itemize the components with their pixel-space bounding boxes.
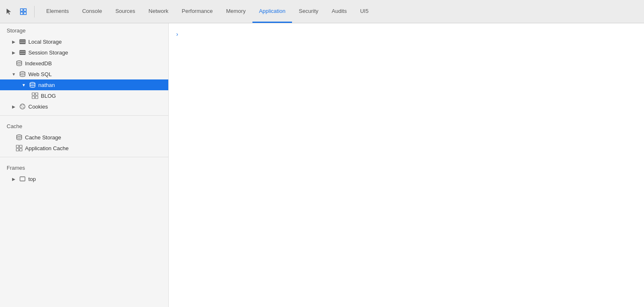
svg-point-14	[30, 82, 35, 84]
websql-chevron-down: ▼	[12, 72, 16, 77]
session-storage-icon	[19, 49, 26, 56]
tab-network[interactable]: Network	[142, 0, 175, 23]
tab-memory[interactable]: Memory	[220, 0, 252, 23]
sidebar-item-local-storage[interactable]: ▶ Local Storage	[0, 36, 168, 47]
svg-point-21	[23, 105, 24, 106]
svg-point-25	[17, 135, 22, 136]
blog-icon	[32, 92, 38, 99]
svg-rect-0	[20, 9, 23, 11]
svg-rect-29	[20, 149, 22, 151]
top-frame-icon	[19, 176, 26, 182]
sidebar-item-cookies[interactable]: ▶ Cookies	[0, 101, 168, 112]
cookies-chevron-right: ▶	[12, 104, 16, 109]
cookies-icon	[19, 103, 26, 110]
svg-rect-5	[20, 41, 25, 42]
tab-audits[interactable]: Audits	[325, 0, 353, 23]
sidebar-item-application-cache[interactable]: Application Cache	[0, 143, 168, 154]
sidebar-item-nathan[interactable]: ▼ nathan	[0, 79, 168, 90]
svg-rect-16	[35, 93, 38, 95]
cache-frames-divider	[0, 157, 168, 157]
top-chevron-right: ▶	[12, 177, 16, 181]
nathan-icon	[29, 82, 36, 88]
svg-point-12	[17, 61, 22, 62]
cursor-tool-button[interactable]	[3, 6, 15, 17]
sidebar-item-blog[interactable]: BLOG	[0, 90, 168, 101]
svg-point-24	[22, 106, 22, 106]
local-storage-chevron-right: ▶	[12, 40, 16, 44]
nathan-chevron-down: ▼	[22, 83, 26, 87]
tab-performance[interactable]: Performance	[175, 0, 219, 23]
toolbar-icons	[3, 6, 35, 17]
tab-elements[interactable]: Elements	[40, 0, 75, 23]
tab-security[interactable]: Security	[292, 0, 325, 23]
frames-section-header: Frames	[0, 161, 168, 173]
session-storage-chevron-right: ▶	[12, 50, 16, 55]
svg-rect-26	[16, 145, 19, 148]
svg-rect-28	[16, 149, 19, 151]
sidebar-item-session-storage[interactable]: ▶ Session Storage	[0, 47, 168, 58]
tab-ui5[interactable]: UI5	[353, 0, 375, 23]
svg-rect-17	[32, 96, 35, 99]
sidebar-item-cache-storage[interactable]: Cache Storage	[0, 132, 168, 143]
svg-rect-1	[24, 9, 26, 11]
indexeddb-icon	[16, 60, 22, 67]
main-layout: Storage ▶ Local Storage ▶	[0, 23, 644, 307]
storage-section-header: Storage	[0, 23, 168, 36]
svg-rect-30	[20, 177, 25, 181]
svg-point-20	[21, 105, 22, 106]
tab-console[interactable]: Console	[75, 0, 109, 23]
content-area: ›	[169, 23, 644, 307]
tab-list: Elements Console Sources Network Perform…	[40, 0, 375, 23]
svg-rect-3	[24, 12, 26, 15]
svg-point-23	[23, 107, 24, 108]
svg-rect-2	[20, 12, 23, 15]
svg-point-19	[20, 104, 25, 109]
inspect-tool-button[interactable]	[17, 6, 29, 17]
svg-point-22	[21, 107, 22, 108]
websql-icon	[19, 71, 26, 77]
content-expand-chevron[interactable]: ›	[176, 31, 178, 37]
tab-application[interactable]: Application	[252, 0, 292, 23]
svg-rect-18	[35, 96, 38, 99]
local-storage-icon	[19, 38, 26, 45]
sidebar-item-indexeddb[interactable]: IndexedDB	[0, 58, 168, 69]
tab-sources[interactable]: Sources	[109, 0, 142, 23]
svg-rect-15	[32, 93, 35, 95]
application-cache-icon	[16, 145, 22, 151]
svg-rect-27	[20, 145, 22, 148]
storage-cache-divider	[0, 115, 168, 116]
sidebar: Storage ▶ Local Storage ▶	[0, 23, 169, 307]
svg-point-13	[20, 72, 25, 73]
cache-storage-icon	[16, 134, 22, 141]
svg-rect-9	[20, 52, 25, 53]
toolbar: Elements Console Sources Network Perform…	[0, 0, 644, 23]
cache-section-header: Cache	[0, 119, 168, 132]
sidebar-item-top[interactable]: ▶ top	[0, 173, 168, 184]
sidebar-item-websql[interactable]: ▼ Web SQL	[0, 69, 168, 79]
